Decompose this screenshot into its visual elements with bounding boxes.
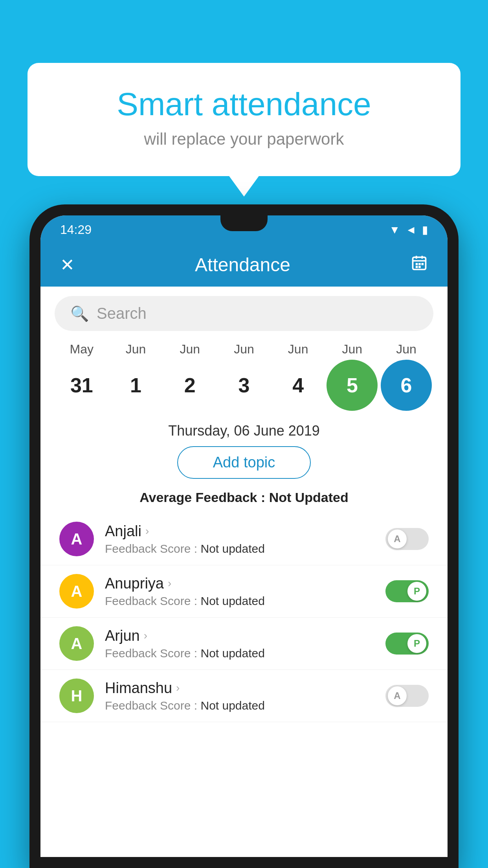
student-list: A Anjali › Feedback Score : Not updated … [40, 513, 448, 857]
toggle-knob-arjun: P [407, 634, 426, 653]
phone-frame: 14:29 ▼ ◄ ▮ ✕ Attendance [29, 204, 459, 868]
chevron-icon-himanshu: › [176, 682, 180, 694]
toggle-arjun[interactable]: P [385, 633, 429, 655]
bubble-title: Smart attendance [59, 86, 429, 122]
date-31[interactable]: 31 [56, 360, 107, 411]
status-time: 14:29 [60, 223, 92, 237]
student-item-arjun[interactable]: A Arjun › Feedback Score : Not updated P [40, 618, 448, 670]
selected-date-label: Thursday, 06 June 2019 [40, 419, 448, 446]
toggle-knob-anjali: A [388, 530, 407, 548]
toggle-anupriya[interactable]: P [385, 580, 429, 602]
month-4: Jun [273, 342, 324, 357]
chevron-icon-anupriya: › [168, 577, 171, 590]
svg-rect-5 [418, 263, 421, 265]
avg-feedback-value: Not Updated [269, 490, 349, 505]
month-3: Jun [218, 342, 270, 357]
avatar-arjun: A [59, 626, 94, 661]
avatar-anjali: A [59, 522, 94, 556]
bubble-subtitle: will replace your paperwork [59, 130, 429, 149]
date-6-selected[interactable]: 6 [381, 360, 432, 411]
search-input[interactable]: Search [97, 305, 147, 322]
date-1[interactable]: 1 [110, 360, 161, 411]
search-bar[interactable]: 🔍 Search [55, 296, 433, 331]
close-button[interactable]: ✕ [60, 255, 75, 275]
student-name-anupriya: Anupriya › [105, 575, 374, 592]
month-5: Jun [327, 342, 378, 357]
student-name-himanshu: Himanshu › [105, 680, 374, 697]
student-item-anjali[interactable]: A Anjali › Feedback Score : Not updated … [40, 513, 448, 565]
student-name-arjun: Arjun › [105, 627, 374, 644]
svg-rect-8 [418, 266, 421, 268]
speech-bubble-container: Smart attendance will replace your paper… [28, 63, 460, 176]
app-bar: ✕ Attendance [40, 243, 448, 287]
date-5-today[interactable]: 5 [327, 360, 378, 411]
calendar-dates-row: 31 1 2 3 4 5 6 [40, 357, 448, 419]
feedback-anupriya: Feedback Score : Not updated [105, 594, 374, 608]
search-icon: 🔍 [70, 305, 89, 322]
month-2: Jun [164, 342, 215, 357]
month-1: Jun [110, 342, 161, 357]
feedback-arjun: Feedback Score : Not updated [105, 647, 374, 660]
student-item-himanshu[interactable]: H Himanshu › Feedback Score : Not update… [40, 670, 448, 722]
toggle-anjali[interactable]: A [385, 528, 429, 550]
student-info-arjun: Arjun › Feedback Score : Not updated [105, 627, 374, 660]
student-name-anjali: Anjali › [105, 523, 374, 540]
student-info-himanshu: Himanshu › Feedback Score : Not updated [105, 680, 374, 712]
calendar-months-row: May Jun Jun Jun Jun Jun Jun [40, 334, 448, 357]
add-topic-button[interactable]: Add topic [177, 446, 311, 479]
chevron-icon-arjun: › [144, 629, 147, 642]
student-info-anjali: Anjali › Feedback Score : Not updated [105, 523, 374, 555]
toggle-himanshu[interactable]: A [385, 685, 429, 707]
phone-notch [220, 215, 268, 231]
calendar-button[interactable] [411, 254, 428, 276]
toggle-knob-anupriya: P [407, 582, 426, 601]
date-3[interactable]: 3 [218, 360, 270, 411]
avatar-himanshu: H [59, 679, 94, 713]
student-info-anupriya: Anupriya › Feedback Score : Not updated [105, 575, 374, 608]
app-bar-title: Attendance [195, 254, 290, 276]
toggle-knob-himanshu: A [388, 686, 407, 705]
wifi-icon: ▼ [389, 224, 400, 236]
status-icons: ▼ ◄ ▮ [389, 223, 428, 236]
svg-rect-6 [421, 263, 424, 265]
avg-feedback-label: Average Feedback : [139, 490, 269, 505]
feedback-himanshu: Feedback Score : Not updated [105, 699, 374, 712]
date-4[interactable]: 4 [273, 360, 324, 411]
avatar-anupriya: A [59, 574, 94, 609]
speech-bubble: Smart attendance will replace your paper… [28, 63, 460, 176]
average-feedback: Average Feedback : Not Updated [40, 487, 448, 513]
feedback-anjali: Feedback Score : Not updated [105, 542, 374, 555]
svg-rect-4 [416, 263, 418, 265]
signal-icon: ◄ [405, 224, 416, 236]
battery-icon: ▮ [422, 223, 428, 236]
chevron-icon-anjali: › [145, 525, 149, 537]
svg-rect-7 [416, 266, 418, 268]
date-2[interactable]: 2 [164, 360, 215, 411]
phone-screen: 14:29 ▼ ◄ ▮ ✕ Attendance [40, 215, 448, 857]
student-item-anupriya[interactable]: A Anupriya › Feedback Score : Not update… [40, 565, 448, 618]
month-0: May [56, 342, 107, 357]
month-6: Jun [381, 342, 432, 357]
